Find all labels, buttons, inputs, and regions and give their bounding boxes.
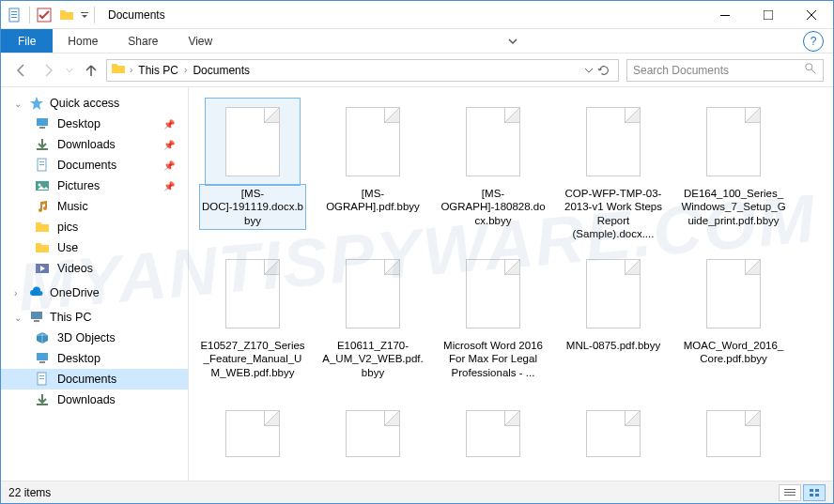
collapse-icon[interactable]: ⌄ — [14, 313, 23, 323]
folder-icon — [35, 240, 50, 255]
details-view-button[interactable] — [779, 484, 801, 501]
up-button[interactable] — [80, 59, 102, 82]
maximize-button[interactable] — [747, 1, 790, 29]
svg-rect-5 — [81, 12, 88, 13]
downloads-icon — [35, 392, 50, 407]
file-item[interactable] — [440, 390, 546, 477]
sidebar-item-downloads[interactable]: Downloads — [1, 389, 188, 410]
this-pc-label: This PC — [50, 311, 91, 324]
search-box[interactable]: Search Documents — [626, 59, 824, 82]
file-item[interactable] — [200, 390, 305, 477]
quick-access-toolbar — [1, 5, 100, 25]
quick-access-group[interactable]: ⌄ Quick access — [1, 93, 188, 114]
svg-rect-26 — [784, 489, 795, 490]
svg-point-8 — [806, 64, 812, 70]
file-item[interactable]: E10611_Z170-A_UM_V2_WEB.pdf.bbyy — [320, 251, 425, 381]
expand-icon[interactable]: › — [14, 288, 23, 298]
file-thumbnail — [566, 390, 660, 477]
file-list[interactable]: [MS-DOC]-191119.docx.bbyy[MS-OGRAPH].pdf… — [189, 87, 833, 481]
this-pc-group[interactable]: ⌄ This PC — [1, 307, 188, 328]
svg-rect-10 — [39, 127, 45, 129]
file-item[interactable]: E10527_Z170_Series_Feature_Manual_UM_WEB… — [200, 251, 305, 381]
sidebar-item-label: Documents — [57, 373, 116, 386]
file-item[interactable]: DE164_100_Series_Windows_7_Setup_Guide_p… — [681, 99, 786, 241]
sidebar-item-desktop[interactable]: Desktop — [1, 348, 188, 369]
file-item[interactable] — [681, 390, 786, 477]
chevron-right-icon[interactable]: › — [126, 65, 136, 75]
file-thumbnail — [687, 251, 780, 337]
window-controls — [703, 1, 833, 29]
tab-home[interactable]: Home — [53, 29, 113, 53]
sidebar-item-downloads[interactable]: Downloads📌 — [1, 134, 188, 155]
sidebar-item-label: Documents — [57, 159, 116, 172]
tab-share[interactable]: Share — [113, 29, 173, 53]
folder-icon — [35, 220, 50, 235]
address-dropdown-icon[interactable] — [584, 66, 594, 75]
pin-icon: 📌 — [163, 181, 180, 191]
close-button[interactable] — [790, 1, 833, 29]
file-item[interactable] — [561, 390, 666, 477]
title-bar: Documents — [1, 1, 833, 29]
sidebar-item-label: Use — [57, 241, 78, 254]
sidebar-item-documents[interactable]: Documents📌 — [1, 155, 188, 176]
minimize-button[interactable] — [703, 1, 747, 29]
sidebar-item-desktop[interactable]: Desktop📌 — [1, 114, 188, 134]
sidebar-item-music[interactable]: Music — [1, 196, 188, 217]
file-item[interactable] — [320, 390, 425, 477]
qat-dropdown-icon[interactable] — [79, 5, 90, 25]
cloud-icon — [29, 285, 44, 300]
address-bar[interactable]: › This PC › Documents — [106, 59, 619, 82]
desktop-icon — [35, 351, 50, 366]
file-name: COP-WFP-TMP-03-2013-v1 Work Steps Report… — [561, 185, 666, 241]
qat-folder-icon[interactable] — [56, 5, 77, 25]
sidebar-item-pictures[interactable]: Pictures📌 — [1, 176, 188, 196]
breadcrumb-this-pc[interactable]: This PC — [136, 64, 180, 77]
pin-icon: 📌 — [163, 119, 180, 130]
file-thumbnail — [206, 390, 300, 477]
svg-rect-32 — [815, 494, 819, 496]
expand-ribbon-icon[interactable] — [507, 36, 518, 47]
pin-icon: 📌 — [163, 140, 180, 150]
window-title: Documents — [100, 8, 165, 22]
search-icon — [804, 62, 817, 78]
file-thumbnail — [446, 251, 540, 337]
file-thumbnail — [326, 251, 420, 337]
qat-check-icon[interactable] — [34, 5, 54, 25]
refresh-icon[interactable] — [597, 64, 610, 77]
status-bar: 22 items — [1, 481, 833, 503]
collapse-icon[interactable]: ⌄ — [14, 99, 23, 109]
onedrive-group[interactable]: › OneDrive — [1, 283, 188, 303]
sidebar-item-documents[interactable]: Documents — [1, 369, 188, 389]
tab-view[interactable]: View — [173, 29, 227, 53]
file-item[interactable]: MOAC_Word_2016_Core.pdf.bbyy — [681, 251, 786, 381]
file-item[interactable]: MNL-0875.pdf.bbyy — [561, 251, 666, 381]
svg-rect-9 — [37, 118, 48, 126]
file-item[interactable]: [MS-OGRAPH]-180828.docx.bbyy — [440, 99, 546, 241]
sidebar-item-label: Music — [57, 200, 88, 213]
sidebar-item-use[interactable]: Use — [1, 237, 188, 258]
svg-rect-25 — [37, 404, 48, 405]
file-item[interactable]: COP-WFP-TMP-03-2013-v1 Work Steps Report… — [561, 99, 666, 241]
forward-button[interactable] — [37, 59, 59, 82]
icons-view-button[interactable] — [803, 484, 826, 501]
svg-rect-27 — [784, 492, 795, 493]
svg-rect-20 — [37, 353, 48, 360]
file-item[interactable]: Microsoft Word 2016 For Max For Legal Pr… — [440, 251, 546, 381]
file-tab[interactable]: File — [1, 29, 53, 53]
file-thumbnail — [326, 99, 420, 185]
file-thumbnail — [566, 99, 660, 185]
main-area: ⌄ Quick access Desktop📌Downloads📌Documen… — [1, 87, 833, 481]
qat-properties-icon[interactable] — [5, 5, 25, 25]
sidebar-item-videos[interactable]: Videos — [1, 258, 188, 279]
file-item[interactable]: [MS-DOC]-191119.docx.bbyy — [200, 99, 305, 241]
file-item[interactable]: [MS-OGRAPH].pdf.bbyy — [320, 99, 425, 241]
chevron-right-icon[interactable]: › — [180, 65, 191, 75]
sidebar-item-3d-objects[interactable]: 3D Objects — [1, 328, 188, 348]
recent-dropdown-icon[interactable] — [63, 59, 76, 82]
navigation-pane: ⌄ Quick access Desktop📌Downloads📌Documen… — [1, 87, 189, 481]
back-button[interactable] — [10, 59, 33, 82]
sidebar-item-pics[interactable]: pics — [1, 217, 188, 237]
breadcrumb-documents[interactable]: Documents — [191, 64, 252, 77]
help-button[interactable]: ? — [803, 31, 824, 52]
file-thumbnail — [446, 99, 540, 185]
